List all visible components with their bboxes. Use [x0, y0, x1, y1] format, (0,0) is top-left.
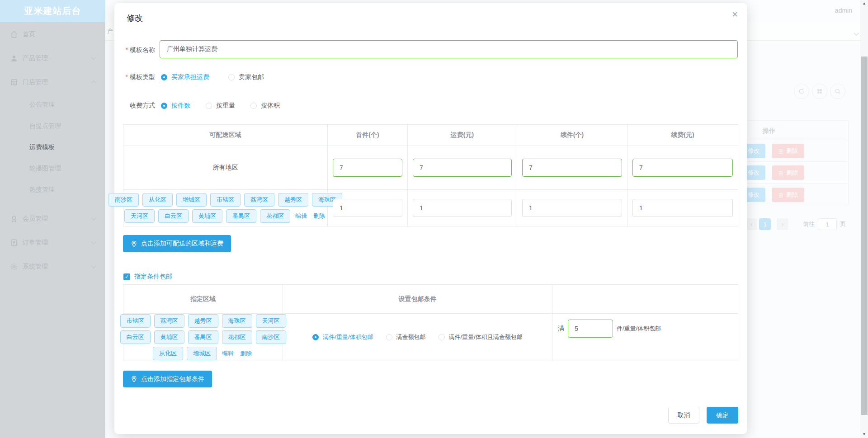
gear-icon [10, 263, 18, 271]
column-header: 指定区域 [123, 285, 283, 314]
column-header: 续费(元) [627, 125, 738, 146]
edit-template-dialog: 修改 × 模板名称 模板类型 买家承担运费 卖家包邮 收费方式 [114, 3, 747, 434]
sidebar-item-shipping-templates[interactable]: 运费模板 [0, 137, 105, 158]
additional-fee-input[interactable] [632, 159, 733, 177]
radio-selected-icon [312, 334, 319, 340]
sidebar-item-products[interactable]: 产品管理 [0, 46, 105, 70]
search-icon[interactable] [830, 84, 845, 99]
chevron-down-icon[interactable] [854, 28, 858, 37]
first-count-input[interactable] [333, 199, 402, 217]
column-settings-icon[interactable] [812, 84, 827, 99]
table-border [732, 120, 848, 121]
scroll-down-icon[interactable]: ▼ [860, 431, 868, 438]
pagination-next[interactable]: › [777, 218, 788, 230]
confirm-button[interactable]: 确定 [707, 407, 738, 424]
edit-region-link[interactable]: 编辑 [295, 212, 307, 220]
location-pin-icon [131, 376, 137, 382]
refresh-icon[interactable] [794, 84, 809, 99]
table-border [732, 140, 848, 140]
sidebar-item-hot-search[interactable]: 热搜管理 [0, 179, 105, 200]
column-header: 运费(元) [408, 125, 517, 146]
table-border [732, 183, 848, 184]
radio-icon [206, 103, 212, 109]
screen: 亚米建站后台 首页 产品管理 门店管理 公告管理 自提点管理 运费模板 [0, 0, 868, 438]
radio-by-count[interactable]: 按件数 [161, 102, 190, 110]
radio-icon [228, 74, 235, 80]
scrollbar-thumb[interactable] [861, 57, 868, 415]
table-cell [408, 190, 517, 226]
add-condition-button[interactable]: 点击添加指定包邮条件 [123, 371, 212, 387]
sidebar-item-pickup-points[interactable]: 自提点管理 [0, 115, 105, 137]
delete-button[interactable]: 删除 [772, 188, 804, 202]
sidebar-item-announcements[interactable]: 公告管理 [0, 94, 105, 115]
condition-type-cell: 满件/重量/体积包邮 满金额包邮 满件/重量/体积且满金额包邮 [283, 314, 552, 361]
delete-region-link[interactable]: 删除 [313, 212, 325, 220]
sidebar-item-system[interactable]: 系统管理 [0, 254, 105, 278]
home-icon [10, 30, 18, 38]
radio-free-by-quantity-and-amount[interactable]: 满件/重量/体积且满金额包邮 [439, 333, 523, 341]
table-border [732, 205, 848, 205]
district-tag: 从化区 [142, 193, 173, 207]
sidebar-item-label: 产品管理 [23, 54, 48, 62]
additional-count-input[interactable] [522, 199, 622, 217]
district-tag: 荔湾区 [244, 193, 274, 207]
template-name-input[interactable] [160, 40, 738, 58]
trash-icon [778, 192, 784, 198]
pagination-goto-input[interactable] [818, 218, 837, 230]
radio-by-volume[interactable]: 按体积 [250, 102, 280, 110]
district-tag: 市辖区 [120, 314, 151, 328]
pagination-page-1[interactable]: 1 [759, 218, 771, 230]
edit-condition-region-link[interactable]: 编辑 [222, 349, 234, 358]
pagination-prev[interactable]: ‹ [745, 218, 757, 230]
chevron-down-icon [91, 239, 96, 244]
sidebar-item-home[interactable]: 首页 [0, 22, 105, 46]
first-fee-input[interactable] [413, 159, 512, 177]
radio-buyer-pays[interactable]: 买家承担运费 [161, 73, 209, 81]
radio-selected-icon [161, 103, 167, 109]
radio-free-by-amount[interactable]: 满金额包邮 [386, 333, 426, 341]
district-tag: 增城区 [187, 347, 217, 360]
condition-free-shipping-checkbox[interactable]: ✓ 指定条件包邮 [123, 273, 172, 281]
app-title: 亚米建站后台 [0, 0, 105, 22]
table-cell [328, 190, 408, 226]
close-icon[interactable]: × [732, 9, 738, 19]
sidebar-item-members[interactable]: 会员管理 [0, 207, 105, 231]
page-scrollbar: ▲ ▼ [860, 0, 868, 438]
first-count-input[interactable] [333, 159, 402, 177]
first-fee-input[interactable] [413, 199, 512, 217]
chevron-down-icon [91, 263, 96, 268]
delete-button[interactable]: 删除 [772, 144, 804, 158]
free-shipping-conditions-table: 指定区域 设置包邮条件 市辖区 荔湾区 越秀区 海珠区 天河区 白云区 黄埔区 … [123, 284, 738, 361]
delete-condition-region-link[interactable]: 删除 [240, 349, 252, 358]
add-region-button[interactable]: 点击添加可配送的区域和运费 [123, 235, 231, 252]
chevron-down-icon [91, 215, 96, 220]
cancel-button[interactable]: 取消 [668, 407, 699, 424]
scroll-up-icon[interactable]: ▲ [860, 0, 868, 7]
table-cell [627, 190, 738, 226]
user-menu[interactable]: admin [835, 7, 852, 14]
district-tag: 荔湾区 [154, 314, 184, 328]
sidebar-item-carousel[interactable]: 轮播图管理 [0, 158, 105, 179]
radio-by-weight[interactable]: 按重量 [206, 102, 235, 110]
table-cell [328, 146, 408, 190]
district-tag: 南沙区 [256, 330, 286, 344]
condition-region-tags-cell: 市辖区 荔湾区 越秀区 海珠区 天河区 白云区 黄埔区 番禺区 花都区 南沙区 [123, 314, 283, 361]
dialog-title: 修改 [127, 13, 143, 24]
radio-icon [250, 103, 257, 109]
district-tag: 黄埔区 [192, 209, 222, 223]
district-tag: 增城区 [176, 193, 207, 207]
condition-threshold-cell: 满 件/重量/体积包邮 [552, 314, 738, 361]
district-tag: 番禺区 [188, 330, 218, 344]
radio-free-by-quantity[interactable]: 满件/重量/体积包邮 [312, 333, 373, 341]
delete-button[interactable]: 删除 [772, 165, 804, 180]
district-tag: 花都区 [260, 209, 290, 223]
district-tag: 从化区 [153, 347, 183, 360]
district-tag: 越秀区 [278, 193, 308, 207]
additional-count-input[interactable] [522, 159, 622, 177]
threshold-input[interactable] [568, 320, 613, 338]
additional-fee-input[interactable] [632, 199, 733, 217]
chevron-down-icon [91, 55, 96, 60]
sidebar-item-store[interactable]: 门店管理 [0, 70, 105, 94]
sidebar-item-orders[interactable]: 订单管理 [0, 231, 105, 254]
radio-seller-free-shipping[interactable]: 卖家包邮 [228, 73, 264, 81]
